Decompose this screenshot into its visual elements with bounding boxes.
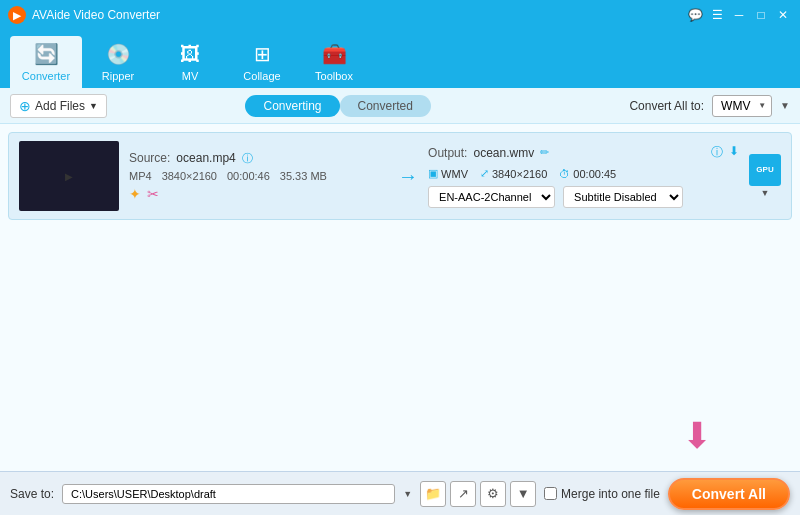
toolbox-icon: 🧰 [322, 42, 347, 66]
path-dropdown-arrow[interactable]: ▼ [403, 489, 412, 499]
output-specs: ▣ WMV ⤢ 3840×2160 ⏱ 00:00:45 [428, 167, 739, 180]
converter-icon: 🔄 [34, 42, 59, 66]
gpu-badge: GPU [749, 154, 781, 186]
codec-icon: ▣ [428, 167, 438, 180]
clock-icon: ⏱ [559, 168, 570, 180]
output-section: Output: ocean.wmv ✏ ⓘ ⬇ ▣ WMV ⤢ 384 [428, 144, 739, 208]
output-filename: ocean.wmv [473, 146, 534, 160]
ripper-icon: 💿 [106, 42, 131, 66]
output-resolution-spec: ⤢ 3840×2160 [480, 167, 547, 180]
nav-tab-ripper[interactable]: 💿 Ripper [82, 36, 154, 88]
nav-tab-toolbox[interactable]: 🧰 Toolbox [298, 36, 370, 88]
save-to-label: Save to: [10, 487, 54, 501]
minimize-btn[interactable]: ─ [730, 6, 748, 24]
thumbnail-placeholder: ▶ [65, 171, 73, 182]
merge-label: Merge into one file [544, 487, 660, 501]
close-btn[interactable]: ✕ [774, 6, 792, 24]
nav-tab-ripper-label: Ripper [102, 70, 134, 82]
audio-track-select[interactable]: EN-AAC-2Channel [428, 186, 555, 208]
folder-browse-btn[interactable]: 📁 [420, 481, 446, 507]
mv-icon: 🖼 [180, 43, 200, 66]
source-row: Source: ocean.mp4 ⓘ [129, 151, 388, 166]
title-bar-controls: 💬 ☰ ─ □ ✕ [686, 6, 792, 24]
chat-icon-btn[interactable]: 💬 [686, 6, 704, 24]
add-files-label: Add Files [35, 99, 85, 113]
bounce-arrow-indicator: ⬇ [682, 415, 712, 457]
source-label: Source: [129, 151, 170, 165]
edit-output-icon[interactable]: ✏ [540, 146, 549, 159]
gpu-dropdown-arrow[interactable]: ▼ [761, 188, 770, 198]
file-info: Source: ocean.mp4 ⓘ MP4 3840×2160 00:00:… [129, 151, 388, 202]
merge-label-text: Merge into one file [561, 487, 660, 501]
app-window: ▶ AVAide Video Converter 💬 ☰ ─ □ ✕ 🔄 Con… [0, 0, 800, 515]
toolbar: ⊕ Add Files ▼ Converting Converted Conve… [0, 88, 800, 124]
app-logo: ▶ [8, 6, 26, 24]
format-selector-wrapper: WMV ▼ [712, 95, 772, 117]
nav-tab-mv-label: MV [182, 70, 199, 82]
output-codec: WMV [441, 168, 468, 180]
gpu-label: GPU [756, 166, 773, 174]
nav-tab-toolbox-label: Toolbox [315, 70, 353, 82]
open-location-btn[interactable]: ↗ [450, 481, 476, 507]
file-card: ▶ Source: ocean.mp4 ⓘ MP4 3840×2160 00:0… [8, 132, 792, 220]
scissors-icon[interactable]: ✂ [147, 186, 159, 202]
resolution-icon: ⤢ [480, 167, 489, 180]
app-title: AVAide Video Converter [32, 8, 160, 22]
status-tab-group: Converting Converted [245, 95, 430, 117]
output-label: Output: [428, 146, 467, 160]
merge-checkbox[interactable] [544, 487, 557, 500]
file-meta: MP4 3840×2160 00:00:46 35.33 MB [129, 170, 388, 182]
title-bar: ▶ AVAide Video Converter 💬 ☰ ─ □ ✕ [0, 0, 800, 30]
output-duration: 00:00:45 [573, 168, 616, 180]
nav-tab-converter-label: Converter [22, 70, 70, 82]
conversion-arrow: → [398, 165, 418, 188]
file-size: 35.33 MB [280, 170, 327, 182]
file-duration: 00:00:46 [227, 170, 270, 182]
add-files-arrow-icon: ▼ [89, 101, 98, 111]
file-codec: MP4 [129, 170, 152, 182]
converted-tab[interactable]: Converted [340, 95, 431, 117]
nav-tab-collage[interactable]: ⊞ Collage [226, 36, 298, 88]
settings-dropdown-btn[interactable]: ▼ [510, 481, 536, 507]
file-actions: ✦ ✂ [129, 186, 388, 202]
star-icon[interactable]: ✦ [129, 186, 141, 202]
output-codec-spec: ▣ WMV [428, 167, 468, 180]
output-row: Output: ocean.wmv ✏ ⓘ ⬇ [428, 144, 739, 161]
bottom-bar: Save to: ▼ 📁 ↗ ⚙ ▼ Merge into one file C… [0, 471, 800, 515]
gpu-section: GPU ▼ [749, 154, 781, 198]
output-selects: EN-AAC-2Channel Subtitle Disabled [428, 186, 739, 208]
bottom-icon-group: 📁 ↗ ⚙ ▼ [420, 481, 536, 507]
maximize-btn[interactable]: □ [752, 6, 770, 24]
title-bar-left: ▶ AVAide Video Converter [8, 6, 160, 24]
format-value: WMV [712, 95, 772, 117]
output-resolution: 3840×2160 [492, 168, 547, 180]
main-content: ▶ Source: ocean.mp4 ⓘ MP4 3840×2160 00:0… [0, 124, 800, 471]
converting-tab[interactable]: Converting [245, 95, 339, 117]
output-action-icons: ⓘ ⬇ [711, 144, 739, 161]
nav-tab-converter[interactable]: 🔄 Converter [10, 36, 82, 88]
format-select-button[interactable]: ▼ [780, 100, 790, 111]
nav-bar: 🔄 Converter 💿 Ripper 🖼 MV ⊞ Collage 🧰 To… [0, 30, 800, 88]
convert-all-button[interactable]: Convert All [668, 478, 790, 510]
output-duration-spec: ⏱ 00:00:45 [559, 168, 616, 180]
video-thumbnail: ▶ [19, 141, 119, 211]
convert-all-to-label: Convert All to: [629, 99, 704, 113]
source-filename: ocean.mp4 [176, 151, 235, 165]
add-files-button[interactable]: ⊕ Add Files ▼ [10, 94, 107, 118]
info-icon[interactable]: ⓘ [711, 144, 723, 161]
nav-tab-mv[interactable]: 🖼 MV [154, 36, 226, 88]
file-resolution: 3840×2160 [162, 170, 217, 182]
download-icon[interactable]: ⬇ [729, 144, 739, 161]
plus-icon: ⊕ [19, 98, 31, 114]
source-info-icon[interactable]: ⓘ [242, 151, 253, 166]
save-path-input[interactable] [62, 484, 395, 504]
collage-icon: ⊞ [254, 42, 271, 66]
subtitle-select[interactable]: Subtitle Disabled [563, 186, 683, 208]
settings-btn[interactable]: ⚙ [480, 481, 506, 507]
nav-tab-collage-label: Collage [243, 70, 280, 82]
menu-icon-btn[interactable]: ☰ [708, 6, 726, 24]
